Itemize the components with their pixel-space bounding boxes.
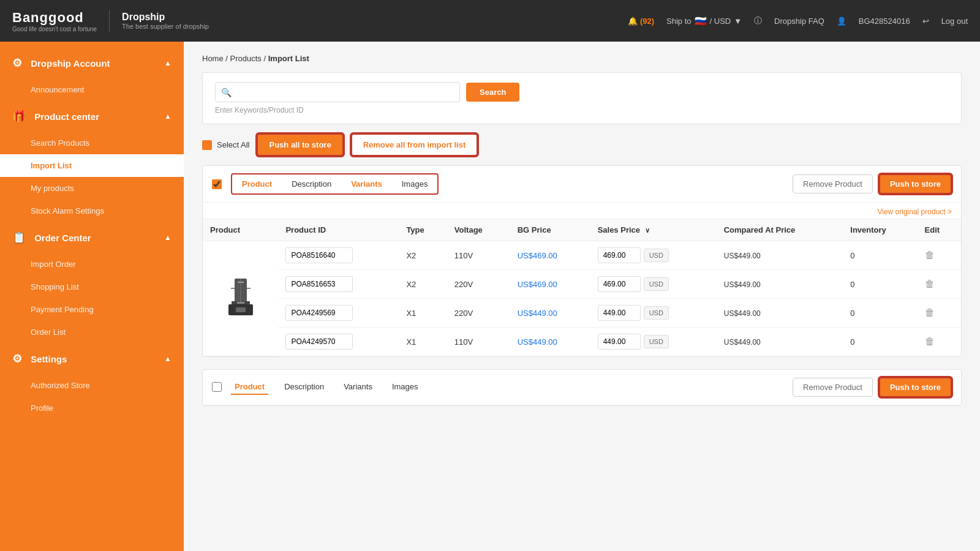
sidebar-section-header-dropship-account[interactable]: ⚙ Dropship Account ▲ [0,48,184,78]
tab-images-2[interactable]: Images [388,380,422,395]
delete-row-button[interactable]: 🗑 [925,307,935,318]
search-bar: 🔍 Search Enter Keywords/Product ID [202,72,962,124]
table-cell: 🗑 [918,270,961,299]
delete-row-button[interactable]: 🗑 [925,336,935,347]
sales-price-input[interactable] [598,334,641,350]
bg-price: US$469.00 [518,280,557,289]
table-row: X2110VUS$469.00USDUS$449.000🗑 [203,241,961,270]
logout-link[interactable]: Log out [941,17,968,26]
product-id-input[interactable] [285,305,353,321]
search-icon: 🔍 [221,88,232,97]
faq-link[interactable]: Dropship FAQ [774,17,824,26]
remove-product-button-1[interactable]: Remove Product [793,174,873,193]
search-input[interactable] [215,82,460,102]
tab-images-1[interactable]: Images [398,177,432,191]
push-to-store-button-2[interactable]: Push to store [879,377,952,397]
table-cell: 220V [447,270,510,299]
sidebar-item-search-products[interactable]: Search Products [0,132,184,154]
sidebar-item-shopping-list[interactable]: Shopping List [0,276,184,298]
table-cell: US$469.00 [510,270,590,299]
product-card-1-checkbox[interactable] [212,179,222,189]
select-all-checkbox[interactable] [202,140,212,150]
product-id-input[interactable] [285,276,353,292]
table-cell: 110V [447,241,510,270]
th-edit: Edit [918,219,961,241]
th-compared-at-price: Compared At Price [717,219,843,241]
header-logo: Banggood Good life doesn't cost a fortun… [12,10,110,32]
tab-product-2[interactable]: Product [231,380,268,395]
svg-rect-8 [237,302,244,304]
username-link[interactable]: BG428524016 [859,17,910,26]
table-cell: US$469.00 [510,241,590,270]
table-cell: 0 [843,328,917,356]
sidebar-item-authorized-store[interactable]: Authorized Store [0,374,184,397]
currency-tag: USD [644,277,669,291]
th-bg-price: BG Price [510,219,590,241]
sidebar-item-order-list[interactable]: Order List [0,321,184,343]
flag-icon: 🇷🇺 [695,15,707,27]
logo-brand: Banggood [12,10,97,26]
product-card-2-actions: Remove Product Push to store [793,377,952,397]
ship-to[interactable]: Ship to 🇷🇺 / USD ▼ [666,15,742,27]
sidebar-item-profile[interactable]: Profile [0,397,184,419]
sidebar-item-import-order[interactable]: Import Order [0,253,184,276]
product-id-input[interactable] [285,334,353,350]
sidebar-section-label-order-center: Order Center [34,233,91,243]
select-all-wrap: Select All [202,140,249,150]
svg-rect-5 [247,288,251,289]
delete-row-button[interactable]: 🗑 [925,279,935,290]
sidebar-section-label-product-center: Product center [34,111,99,122]
delete-row-button[interactable]: 🗑 [925,250,935,261]
sales-price-input[interactable] [598,305,641,321]
tab-variants-1[interactable]: Variants [347,177,386,191]
sidebar-section-header-order-center[interactable]: 📋 Order Center ▲ [0,222,184,253]
header-dropship-title: Dropship [122,12,209,23]
sidebar-item-payment-pending[interactable]: Payment Pending [0,298,184,321]
th-inventory: Inventory [843,219,917,241]
th-type: Type [399,219,447,241]
remove-product-button-2[interactable]: Remove Product [793,378,873,397]
sidebar-section-header-settings[interactable]: ⚙ Settings ▲ [0,343,184,374]
remove-all-from-import-list-button[interactable]: Remove all from import list [351,133,478,156]
push-all-to-store-button[interactable]: Push all to store [257,133,343,156]
header: Banggood Good life doesn't cost a fortun… [0,0,980,42]
chevron-up-icon-4: ▲ [164,354,172,363]
tab-variants-2[interactable]: Variants [340,380,376,395]
settings-icon: ⚙ [12,57,22,69]
table-row: X1110VUS$449.00USDUS$449.000🗑 [203,328,961,356]
bell-icon[interactable]: 🔔 (92) [628,17,654,26]
tab-product-1[interactable]: Product [238,177,276,191]
table-cell: USD [590,328,717,356]
breadcrumb-products[interactable]: Products [230,54,262,63]
breadcrumb-home[interactable]: Home [202,54,224,63]
currency-tag: USD [644,335,669,348]
sidebar-item-my-products[interactable]: My products [0,177,184,200]
product-card-2-checkbox[interactable] [212,382,222,392]
table-cell: USD [590,241,717,270]
compared-price: US$449.00 [724,252,761,260]
sidebar-section-header-product-center[interactable]: 🎁 Product center ▲ [0,101,184,132]
header-dropship-sub: The best supplier of dropship [122,23,209,30]
table-cell: USD [590,270,717,299]
tab-description-1[interactable]: Description [288,177,335,191]
tab-description-2[interactable]: Description [281,380,328,395]
view-original-link-1[interactable]: View original product > [203,203,961,219]
push-to-store-button-1[interactable]: Push to store [879,174,952,194]
table-cell [278,270,399,299]
chevron-up-icon: ▲ [164,59,172,67]
sales-price-input[interactable] [598,247,641,263]
search-input-row: 🔍 Search [215,82,949,102]
product-id-input[interactable] [285,247,353,263]
sidebar-item-announcement[interactable]: Announcement [0,78,184,101]
table-cell: 🗑 [918,241,961,270]
sidebar-item-import-list[interactable]: Import List [0,154,184,177]
compared-price: US$449.00 [724,309,761,318]
view-original-anchor-1[interactable]: View original product > [877,208,952,216]
product-image [222,277,259,320]
sales-price-input[interactable] [598,276,641,292]
sidebar-item-stock-alarm[interactable]: Stock Alarm Settings [0,200,184,222]
th-product: Product [203,219,278,241]
table-cell: X1 [399,299,447,328]
search-button[interactable]: Search [466,83,519,102]
gift-icon: 🎁 [12,110,26,122]
